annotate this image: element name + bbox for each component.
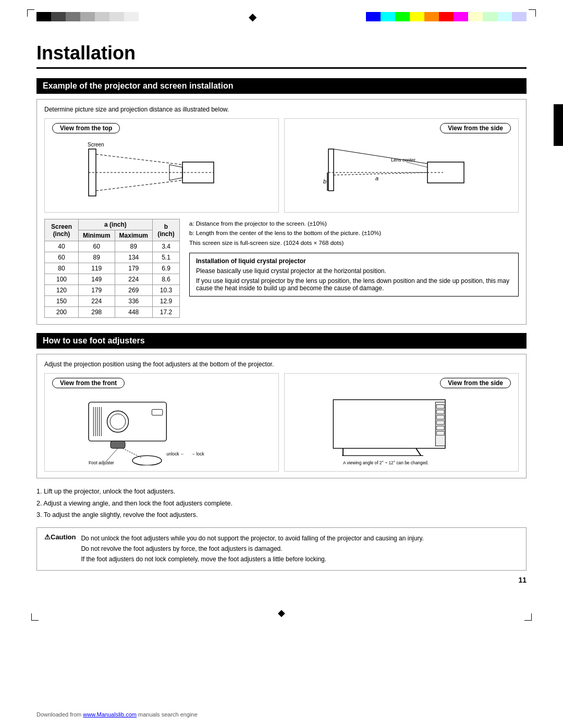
table-cell-b: 6.9	[152, 263, 179, 274]
table-cell-min: 149	[78, 274, 115, 285]
table-cell-screen: 150	[45, 296, 79, 307]
footer-text1: Downloaded from	[36, 711, 81, 718]
caution-line2: Do not revolve the foot adjusters by for…	[81, 544, 424, 554]
footer-text2: manuals search engine	[138, 711, 198, 718]
foot-section: How to use foot adjusters Adjust the pro…	[36, 333, 527, 478]
svg-point-19	[110, 414, 126, 429]
svg-rect-33	[333, 400, 445, 448]
table-cell-screen: 40	[45, 241, 79, 252]
caution-icon: ⚠Caution	[44, 533, 76, 565]
table-cell-screen: 200	[45, 307, 79, 318]
diagram-row-top: View from the top Screen	[44, 118, 519, 213]
table-notes: a: Distance from the projector to the sc…	[189, 219, 519, 248]
table-cell-b: 3.4	[152, 241, 179, 252]
corner-mark-tl	[27, 9, 34, 17]
table-cell-max: 336	[115, 296, 152, 307]
foot-diagram-row: View from the front	[44, 373, 519, 472]
table-cell-max: 269	[115, 285, 152, 296]
svg-rect-17	[89, 402, 166, 441]
table-cell-b: 10.3	[152, 285, 179, 296]
table-header-max: Maximum	[115, 230, 152, 241]
svg-text:Foot adjuster: Foot adjuster	[89, 460, 114, 465]
section1-intro: Determine picture size and projection di…	[44, 106, 519, 113]
table-cell-screen: 60	[45, 252, 79, 263]
projection-table: Screen (inch) a (inch) b (inch) Minimum …	[44, 219, 180, 318]
table-cell-b: 12.9	[152, 296, 179, 307]
table-cell-min: 60	[78, 241, 115, 252]
section1-content: Determine picture size and projection di…	[36, 99, 527, 325]
page-title: Installation	[36, 42, 527, 69]
table-row: 15022433612.9	[45, 296, 180, 307]
view-side-label2: View from the side	[440, 378, 511, 388]
svg-rect-14	[427, 162, 464, 183]
top-view-box: View from the top Screen	[44, 118, 279, 213]
page-number: 11	[36, 576, 527, 584]
table-row: 1001492248.6	[45, 274, 180, 285]
table-cell-screen: 100	[45, 274, 79, 285]
table-cell-min: 224	[78, 296, 115, 307]
table-header-min: Minimum	[78, 230, 115, 241]
svg-line-9	[334, 172, 427, 175]
caution-text: Do not unlock the foot adjusters while y…	[81, 533, 424, 565]
table-row: 12017926910.3	[45, 285, 180, 296]
table-cell-max: 89	[115, 241, 152, 252]
svg-text:a: a	[375, 175, 378, 181]
caution-line1: Do not unlock the foot adjusters while y…	[81, 533, 424, 544]
svg-text:b: b	[323, 178, 326, 184]
side-view-svg: b a Lens center	[289, 139, 514, 206]
table-cell-b: 5.1	[152, 252, 179, 263]
svg-line-3	[96, 180, 182, 191]
table-cell-screen: 80	[45, 263, 79, 274]
front-view-svg: unlock ← → lock Foot adjuster	[50, 392, 273, 465]
section2-content: Adjust the projection position using the…	[36, 354, 527, 478]
section2-header: How to use foot adjusters	[36, 333, 527, 349]
side-view-box1: View from the side b a	[284, 118, 519, 213]
svg-rect-7	[328, 149, 334, 191]
caution-box: ⚠Caution Do not unlock the foot adjuster…	[36, 527, 527, 571]
center-registration-dot: ◆	[249, 11, 256, 22]
view-side-label1: View from the side	[440, 123, 511, 133]
step3: 3. To adjust the angle slightly, revolve…	[36, 509, 527, 521]
color-bars-right	[366, 12, 527, 21]
steps-list: 1. Lift up the projector, unlock the foo…	[36, 486, 527, 521]
right-side-marker	[554, 104, 563, 146]
table-cell-max: 224	[115, 274, 152, 285]
table-cell-max: 134	[115, 252, 152, 263]
corner-mark-br	[524, 613, 532, 621]
section1-header: Example of the projector and screen inst…	[36, 78, 527, 94]
view-top-label: View from the top	[52, 123, 120, 133]
svg-rect-34	[435, 402, 445, 446]
svg-text:unlock ←: unlock ←	[166, 451, 185, 456]
table-row: 60891345.1	[45, 252, 180, 263]
table-cell-max: 179	[115, 263, 152, 274]
table-cell-b: 17.2	[152, 307, 179, 318]
side-view-svg2: A viewing angle of 2° ~ 12° can be chang…	[290, 392, 513, 465]
svg-point-27	[132, 455, 162, 465]
svg-text:→ lock: → lock	[191, 451, 204, 456]
table-header-a: a (inch)	[78, 219, 152, 230]
svg-text:Lens center: Lens center	[391, 157, 415, 163]
side-view-box2: View from the side	[284, 373, 519, 472]
table-cell-min: 179	[78, 285, 115, 296]
bottom-center-dot: ◆	[278, 607, 285, 619]
svg-point-18	[107, 411, 128, 432]
svg-rect-25	[152, 410, 163, 415]
screen-note: This screen size is full-screen size. (1…	[189, 238, 519, 248]
table-cell-min: 89	[78, 252, 115, 263]
table-header-screen: Screen (inch)	[45, 219, 79, 241]
table-notes-container: a: Distance from the projector to the sc…	[189, 219, 519, 318]
svg-line-2	[96, 154, 182, 165]
front-view-box: View from the front	[44, 373, 279, 472]
table-cell-screen: 120	[45, 285, 79, 296]
b-note: b: Length from the center of the lens to…	[189, 228, 519, 238]
install-note-box: Installation of liquid crystal projector…	[189, 253, 519, 297]
footer-link[interactable]: www.Manualslib.com	[83, 711, 137, 718]
svg-line-42	[416, 448, 421, 455]
view-front-label: View from the front	[52, 378, 125, 388]
install-text1: Please basically use liquid crystal proj…	[196, 267, 512, 275]
svg-text:A viewing angle of 2° ~ 12° ca: A viewing angle of 2° ~ 12° can be chang…	[343, 460, 429, 465]
table-cell-b: 8.6	[152, 274, 179, 285]
a-note: a: Distance from the projector to the sc…	[189, 219, 519, 228]
table-row: 20029844817.2	[45, 307, 180, 318]
svg-line-16	[407, 162, 427, 167]
